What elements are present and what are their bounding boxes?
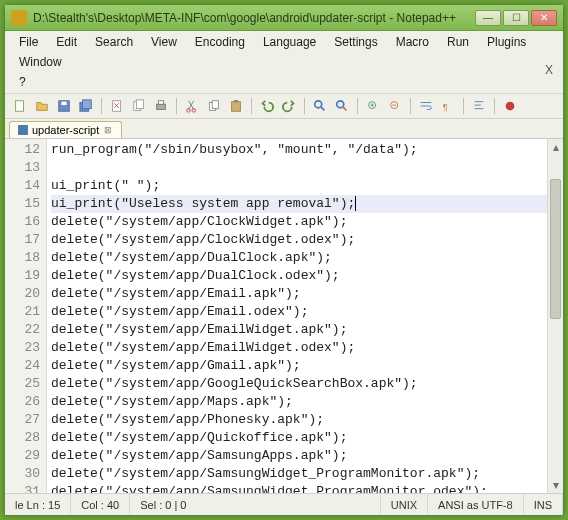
code-line[interactable]: delete("/system/app/Quickoffice.apk"); [51,429,559,447]
code-line[interactable]: run_program("/sbin/busybox", "mount", "/… [51,141,559,159]
show-all-icon[interactable]: ¶ [439,97,457,115]
line-number: 26 [7,393,40,411]
status-col: Col : 40 [71,494,130,515]
app-icon [11,10,27,26]
svg-rect-14 [232,102,241,112]
menu-file[interactable]: File [11,33,46,51]
svg-rect-8 [157,104,166,109]
wordwrap-icon[interactable] [417,97,435,115]
status-sel: Sel : 0 | 0 [130,494,381,515]
titlebar[interactable]: D:\Stealth's\Desktop\META-INF\com\google… [5,5,563,31]
line-number-gutter: 1213141516171819202122232425262728293031 [5,139,47,493]
menu-help[interactable]: ? [11,73,34,91]
code-line[interactable]: delete("/system/app/DualClock.odex"); [51,267,559,285]
close-all-icon[interactable] [130,97,148,115]
find-icon[interactable] [311,97,329,115]
code-line[interactable]: delete("/system/app/ClockWidget.apk"); [51,213,559,231]
copy-icon[interactable] [205,97,223,115]
scroll-thumb[interactable] [550,179,561,319]
status-eol: UNIX [381,494,428,515]
close-panel-icon[interactable]: X [545,63,553,77]
svg-point-17 [337,101,344,108]
line-number: 21 [7,303,40,321]
code-line[interactable]: delete("/system/app/SamsungApps.apk"); [51,447,559,465]
status-line: le Ln : 15 [5,494,71,515]
code-line[interactable]: delete("/system/app/SamsungWidget_Progra… [51,483,559,493]
line-number: 12 [7,141,40,159]
indent-guide-icon[interactable] [470,97,488,115]
svg-point-21 [506,102,515,111]
code-line[interactable]: delete("/system/app/Maps.apk"); [51,393,559,411]
new-file-icon[interactable] [11,97,29,115]
window-title: D:\Stealth's\Desktop\META-INF\com\google… [33,11,475,25]
line-number: 24 [7,357,40,375]
menu-language[interactable]: Language [255,33,324,51]
line-number: 15 [7,195,40,213]
code-line[interactable]: delete("/system/app/EmailWidget.apk"); [51,321,559,339]
code-line[interactable]: delete("/system/app/EmailWidget.odex"); [51,339,559,357]
code-line[interactable]: delete("/system/app/Email.apk"); [51,285,559,303]
code-line[interactable]: ui_print("Useless system app removal"); [51,195,559,213]
close-button[interactable]: ✕ [531,10,557,26]
code-line[interactable]: delete("/system/app/GoogleQuickSearchBox… [51,375,559,393]
svg-text:¶: ¶ [443,102,448,112]
menu-settings[interactable]: Settings [326,33,385,51]
menu-window[interactable]: Window [11,53,70,71]
editor: 1213141516171819202122232425262728293031… [5,139,563,493]
line-number: 14 [7,177,40,195]
line-number: 20 [7,285,40,303]
statusbar: le Ln : 15 Col : 40 Sel : 0 | 0 UNIX ANS… [5,493,563,515]
menu-plugins[interactable]: Plugins [479,33,534,51]
line-number: 31 [7,483,40,493]
tabbar: updater-script ⊠ [5,119,563,139]
line-number: 30 [7,465,40,483]
save-icon[interactable] [55,97,73,115]
code-area[interactable]: run_program("/sbin/busybox", "mount", "/… [47,139,563,493]
menu-edit[interactable]: Edit [48,33,85,51]
maximize-button[interactable]: ☐ [503,10,529,26]
code-line[interactable] [51,159,559,177]
menu-macro[interactable]: Macro [388,33,437,51]
tab-updater-script[interactable]: updater-script ⊠ [9,121,122,138]
replace-icon[interactable] [333,97,351,115]
menu-search[interactable]: Search [87,33,141,51]
minimize-button[interactable]: — [475,10,501,26]
line-number: 29 [7,447,40,465]
menu-encoding[interactable]: Encoding [187,33,253,51]
line-number: 19 [7,267,40,285]
line-number: 23 [7,339,40,357]
close-file-icon[interactable] [108,97,126,115]
redo-icon[interactable] [280,97,298,115]
window-buttons: — ☐ ✕ [475,10,557,26]
menu-view[interactable]: View [143,33,185,51]
scroll-down-icon[interactable]: ▾ [548,477,563,493]
zoom-out-icon[interactable] [386,97,404,115]
scroll-up-icon[interactable]: ▴ [548,139,563,155]
zoom-in-icon[interactable] [364,97,382,115]
toolbar: ¶ [5,94,563,119]
code-line[interactable]: delete("/system/app/SamsungWidget_Progra… [51,465,559,483]
paste-icon[interactable] [227,97,245,115]
save-all-icon[interactable] [77,97,95,115]
code-line[interactable]: delete("/system/app/DualClock.apk"); [51,249,559,267]
cut-icon[interactable] [183,97,201,115]
line-number: 18 [7,249,40,267]
code-line[interactable]: delete("/system/app/ClockWidget.odex"); [51,231,559,249]
tab-close-icon[interactable]: ⊠ [103,125,113,135]
menubar: File Edit Search View Encoding Language … [5,31,563,94]
print-icon[interactable] [152,97,170,115]
code-line[interactable]: delete("/system/app/Email.odex"); [51,303,559,321]
undo-icon[interactable] [258,97,276,115]
vertical-scrollbar[interactable]: ▴ ▾ [547,139,563,493]
code-line[interactable]: delete("/system/app/Gmail.apk"); [51,357,559,375]
record-macro-icon[interactable] [501,97,519,115]
menu-run[interactable]: Run [439,33,477,51]
svg-rect-13 [212,101,218,109]
file-type-icon [18,125,28,135]
code-line[interactable]: delete("/system/app/Phonesky.apk"); [51,411,559,429]
svg-rect-2 [61,102,66,106]
open-file-icon[interactable] [33,97,51,115]
svg-point-16 [315,101,322,108]
code-line[interactable]: ui_print(" "); [51,177,559,195]
svg-rect-9 [158,101,163,105]
